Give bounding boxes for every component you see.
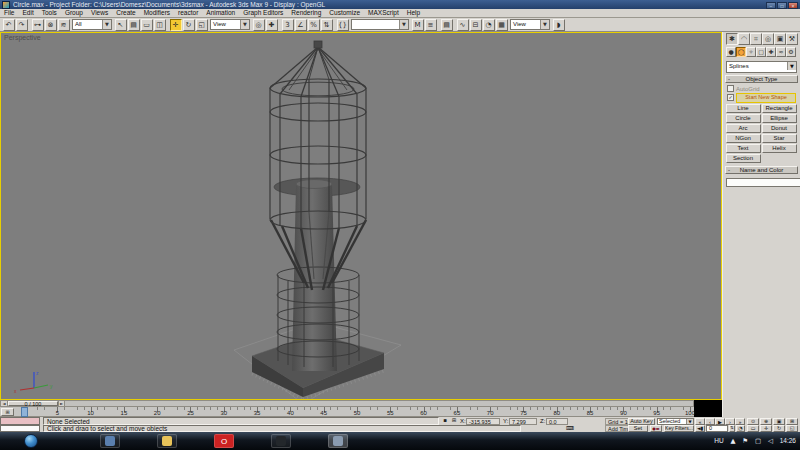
play-button[interactable]: ▶ (715, 418, 725, 425)
taskbar-icon-app1[interactable] (100, 434, 120, 448)
menu-item-rendering[interactable]: Rendering (287, 9, 325, 17)
tab-utilities[interactable]: ⚒ (786, 33, 798, 45)
angle-snap-icon[interactable]: ∠ (295, 19, 307, 31)
menu-item-help[interactable]: Help (403, 9, 424, 17)
tab-modify[interactable]: ◠ (738, 33, 750, 45)
render-scene-icon[interactable]: ▦ (496, 19, 508, 31)
unlink-selection-icon[interactable]: ⊗ (45, 19, 57, 31)
autogrid-checkbox[interactable] (727, 85, 734, 92)
viewport-label[interactable]: Perspective (4, 34, 41, 41)
tab-motion[interactable]: ◎ (762, 33, 774, 45)
taskbar-clock[interactable]: 14:26 (780, 437, 796, 444)
object-type-button-ngon[interactable]: NGon (726, 134, 761, 143)
start-button[interactable] (24, 434, 38, 448)
menu-item-customize[interactable]: Customize (325, 9, 364, 17)
name-and-color-rollout-header[interactable]: - Name and Color (725, 166, 798, 174)
use-pivot-center-icon[interactable]: ◎ (253, 19, 265, 31)
zoom-all-icon[interactable]: ⊕ (760, 418, 772, 425)
selection-filter-dropdown[interactable]: All▼ (72, 19, 112, 30)
y-coord-field[interactable]: 7.299 (509, 418, 537, 425)
menu-item-edit[interactable]: Edit (18, 9, 37, 17)
object-type-button-star[interactable]: Star (762, 134, 797, 143)
go-to-end-button[interactable]: » (735, 418, 745, 425)
zoom-extents-all-icon[interactable]: ⊞ (786, 418, 798, 425)
maximize-viewport-toggle-icon[interactable]: ◱ (786, 425, 798, 432)
object-type-button-arc[interactable]: Arc (726, 124, 761, 133)
close-button[interactable]: × (788, 2, 798, 9)
tray-network-icon[interactable]: ▢ (755, 437, 761, 445)
menu-item-tools[interactable]: Tools (38, 9, 61, 17)
track-bar-ruler[interactable]: 5101520253035404550556065707580859095100 (16, 407, 694, 416)
time-configuration-icon[interactable]: ◔ (736, 425, 745, 432)
menu-item-graph-editors[interactable]: Graph Editors (239, 9, 287, 17)
object-name-input[interactable] (726, 178, 800, 187)
arc-rotate-icon[interactable]: ↻ (773, 425, 785, 432)
window-crossing-icon[interactable]: ◫ (154, 19, 166, 31)
taskbar-icon-explorer[interactable] (157, 434, 177, 448)
select-and-move-icon[interactable]: ✛ (170, 19, 182, 31)
start-new-shape-button[interactable]: Start New Shape (736, 93, 796, 103)
tray-volume-icon[interactable]: ◁ (768, 437, 773, 445)
set-key-button[interactable]: Set Key (628, 425, 648, 432)
start-new-shape-checkbox[interactable] (727, 94, 734, 101)
object-type-rollout-header[interactable]: - Object Type (725, 75, 798, 83)
key-mode-toggle-icon[interactable]: ◄▮ (695, 425, 705, 432)
select-and-manipulate-icon[interactable]: ✚ (266, 19, 278, 31)
maxscript-mini-listener-macro[interactable] (0, 417, 40, 425)
menu-item-modifiers[interactable]: Modifiers (140, 9, 174, 17)
menu-item-file[interactable]: File (0, 9, 18, 17)
curve-editor-icon[interactable]: ∿ (457, 19, 469, 31)
select-and-link-icon[interactable]: ⊶ (32, 19, 44, 31)
mirror-icon[interactable]: M (412, 19, 424, 31)
align-icon[interactable]: ≡ (425, 19, 437, 31)
undo-icon[interactable]: ↶ (3, 19, 15, 31)
taskbar-icon-opera[interactable]: O (214, 434, 234, 448)
object-type-button-helix[interactable]: Helix (762, 144, 797, 153)
menu-item-reactor[interactable]: reactor (174, 9, 202, 17)
snaps-toggle-icon[interactable]: 3 (282, 19, 294, 31)
key-filters-button[interactable]: Key Filters... (664, 425, 694, 432)
category-cameras[interactable]: ▢ (756, 47, 766, 57)
category-shapes[interactable]: ◯ (736, 47, 746, 57)
render-type-dropdown[interactable]: View▼ (510, 19, 550, 30)
menu-item-create[interactable]: Create (112, 9, 140, 17)
z-coord-field[interactable]: 0.0 (546, 418, 568, 425)
time-slider-handle[interactable]: 0 / 100 (8, 401, 58, 406)
x-coord-field[interactable]: -315.935 (466, 418, 500, 425)
category-geometry[interactable]: ● (726, 47, 736, 57)
selection-lock-icon[interactable]: ▪ (441, 417, 449, 425)
zoom-region-icon[interactable]: ▭ (747, 425, 759, 432)
go-to-start-button[interactable]: « (695, 418, 705, 425)
current-frame-field[interactable]: 0 (706, 425, 728, 432)
category-space-warps[interactable]: ≈ (776, 47, 786, 57)
track-bar[interactable]: ⊞ 51015202530354045505560657075808590951… (0, 407, 694, 417)
previous-frame-button[interactable]: ‹ (705, 418, 715, 425)
object-type-button-rectangle[interactable]: Rectangle (762, 104, 797, 113)
zoom-extents-icon[interactable]: ▣ (773, 418, 785, 425)
time-slider-left-arrow[interactable]: ◄ (1, 401, 8, 406)
object-type-button-section[interactable]: Section (726, 154, 761, 163)
taskbar-icon-3dsmax[interactable] (328, 434, 348, 448)
menu-item-views[interactable]: Views (87, 9, 112, 17)
material-editor-icon[interactable]: ◔ (483, 19, 495, 31)
object-type-button-line[interactable]: Line (726, 104, 761, 113)
category-systems[interactable]: ⚙ (786, 47, 796, 57)
schematic-view-icon[interactable]: ⊟ (470, 19, 482, 31)
time-slider-right-arrow[interactable]: ► (58, 401, 65, 406)
absolute-offset-toggle-icon[interactable]: ⊞ (450, 417, 458, 425)
layer-manager-icon[interactable]: ▤ (441, 19, 453, 31)
menu-item-animation[interactable]: Animation (202, 9, 239, 17)
auto-key-button[interactable]: Auto Key (628, 418, 655, 425)
minimize-button[interactable]: − (766, 2, 776, 9)
spinner-snap-icon[interactable]: ⇅ (321, 19, 333, 31)
category-helpers[interactable]: ✚ (766, 47, 776, 57)
selection-set-dropdown[interactable]: Selected ▼ (657, 418, 694, 425)
category-lights[interactable]: ✧ (746, 47, 756, 57)
pan-icon[interactable]: ✛ (760, 425, 772, 432)
select-object-icon[interactable]: ↖ (115, 19, 127, 31)
tray-flag-icon[interactable]: ⚑ (742, 437, 748, 445)
select-and-rotate-icon[interactable]: ↻ (183, 19, 195, 31)
selection-region-icon[interactable]: ▭ (141, 19, 153, 31)
set-keys-icon[interactable]: ●▬ (650, 425, 662, 432)
tab-hierarchy[interactable]: ⌗ (750, 33, 762, 45)
